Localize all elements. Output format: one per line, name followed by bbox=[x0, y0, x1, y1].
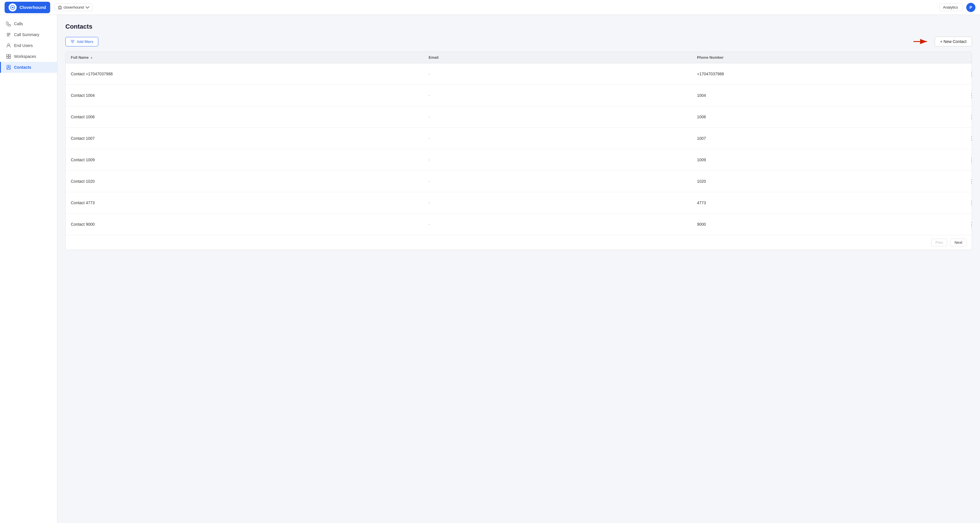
add-filters-button[interactable]: Add filters bbox=[65, 37, 99, 46]
user-avatar[interactable]: P bbox=[966, 3, 975, 12]
brand-icon bbox=[9, 3, 17, 11]
sidebar-item-workspaces[interactable]: Workspaces bbox=[0, 51, 57, 62]
svg-rect-9 bbox=[9, 57, 11, 59]
cell-full-name: Contact 9000 bbox=[66, 217, 423, 232]
workspace-selector[interactable]: cloverhound bbox=[55, 3, 93, 11]
table-row[interactable]: Contact 4773 - 4773 ⋮ bbox=[66, 192, 972, 214]
table-row[interactable]: Contact 9000 - 9000 ⋮ bbox=[66, 214, 972, 235]
cell-email: - bbox=[423, 174, 692, 189]
topnav-right: Analytics P bbox=[939, 3, 975, 12]
row-menu-button[interactable]: ⋮ bbox=[966, 68, 972, 79]
table-body: Contact +17047037988 - +17047037988 ⋮ Co… bbox=[66, 63, 972, 235]
brand-name: Cloverhound bbox=[19, 5, 46, 10]
new-contact-label: + New Contact bbox=[940, 39, 967, 44]
row-menu-button[interactable]: ⋮ bbox=[966, 90, 972, 101]
cell-phone: +17047037988 bbox=[692, 67, 960, 81]
cell-actions: ⋮ bbox=[960, 214, 972, 235]
row-menu-button[interactable]: ⋮ bbox=[966, 111, 972, 122]
table-row[interactable]: Contact 1004 - 1004 ⋮ bbox=[66, 85, 972, 106]
table-row[interactable]: Contact 1006 - 1006 ⋮ bbox=[66, 106, 972, 128]
svg-rect-3 bbox=[7, 34, 11, 35]
table-row[interactable]: Contact 1007 - 1007 ⋮ bbox=[66, 128, 972, 149]
arrow-indicator bbox=[912, 38, 929, 46]
cell-actions: ⋮ bbox=[960, 171, 972, 192]
cell-actions: ⋮ bbox=[960, 192, 972, 213]
row-menu-button[interactable]: ⋮ bbox=[966, 133, 972, 144]
col-actions bbox=[960, 52, 972, 63]
col-full-name-label: Full Name bbox=[71, 55, 89, 60]
topnav-left: Cloverhound cloverhound bbox=[5, 2, 92, 13]
cell-phone: 1009 bbox=[692, 152, 960, 167]
cell-actions: ⋮ bbox=[960, 63, 972, 84]
row-menu-button[interactable]: ⋮ bbox=[966, 154, 972, 165]
page-title: Contacts bbox=[65, 23, 972, 30]
sidebar-workspaces-label: Workspaces bbox=[14, 54, 36, 59]
cell-full-name: Contact 1009 bbox=[66, 152, 423, 167]
contacts-table: Full Name ▲ Email Phone Number Contact +… bbox=[65, 52, 972, 250]
phone-icon bbox=[6, 21, 11, 26]
svg-rect-2 bbox=[7, 33, 11, 34]
cell-phone: 1007 bbox=[692, 131, 960, 146]
cell-actions: ⋮ bbox=[960, 128, 972, 149]
sidebar-item-call-summary[interactable]: Call Summary bbox=[0, 29, 57, 40]
sidebar-end-users-label: End Users bbox=[14, 43, 33, 48]
prev-label: Prev bbox=[935, 240, 943, 245]
cell-phone: 1004 bbox=[692, 88, 960, 103]
cell-actions: ⋮ bbox=[960, 149, 972, 170]
list-icon bbox=[6, 32, 11, 37]
cell-phone: 1020 bbox=[692, 174, 960, 189]
sidebar-call-summary-label: Call Summary bbox=[14, 32, 39, 37]
table-row[interactable]: Contact 1020 - 1020 ⋮ bbox=[66, 171, 972, 192]
row-menu-button[interactable]: ⋮ bbox=[966, 176, 972, 187]
cell-email: - bbox=[423, 195, 692, 210]
cell-email: - bbox=[423, 67, 692, 81]
contacts-icon bbox=[6, 65, 11, 70]
analytics-label: Analytics bbox=[943, 5, 958, 10]
prev-button[interactable]: Prev bbox=[931, 239, 948, 246]
workspace-name: cloverhound bbox=[64, 5, 84, 10]
cell-email: - bbox=[423, 88, 692, 103]
cell-full-name: Contact 1020 bbox=[66, 174, 423, 189]
avatar-letter: P bbox=[969, 5, 972, 10]
table-row[interactable]: Contact 1009 - 1009 ⋮ bbox=[66, 149, 972, 171]
col-phone-label: Phone Number bbox=[697, 55, 723, 60]
new-contact-button[interactable]: + New Contact bbox=[935, 36, 972, 46]
row-menu-button[interactable]: ⋮ bbox=[966, 219, 972, 230]
svg-point-11 bbox=[8, 66, 10, 68]
next-button[interactable]: Next bbox=[950, 239, 967, 246]
sidebar-item-contacts[interactable]: Contacts bbox=[0, 62, 57, 73]
cell-email: - bbox=[423, 109, 692, 124]
svg-rect-8 bbox=[6, 57, 8, 59]
sidebar: Calls Call Summary End Users bbox=[0, 15, 57, 523]
cell-email: - bbox=[423, 152, 692, 167]
cell-phone: 1006 bbox=[692, 109, 960, 124]
sidebar-item-calls[interactable]: Calls bbox=[0, 18, 57, 29]
toolbar: Add filters + New Contact bbox=[65, 36, 972, 46]
arrow-svg bbox=[912, 38, 929, 46]
svg-rect-4 bbox=[7, 36, 10, 36]
cell-actions: ⋮ bbox=[960, 85, 972, 106]
cell-full-name: Contact 1004 bbox=[66, 88, 423, 103]
table-row[interactable]: Contact +17047037988 - +17047037988 ⋮ bbox=[66, 63, 972, 85]
headset-icon bbox=[6, 43, 11, 48]
next-label: Next bbox=[955, 240, 962, 245]
col-email-label: Email bbox=[429, 55, 439, 60]
col-phone: Phone Number bbox=[692, 52, 960, 63]
cell-email: - bbox=[423, 217, 692, 232]
sidebar-item-end-users[interactable]: End Users bbox=[0, 40, 57, 51]
app-layout: Calls Call Summary End Users bbox=[0, 15, 980, 523]
cell-full-name: Contact +17047037988 bbox=[66, 67, 423, 81]
cell-email: - bbox=[423, 131, 692, 146]
toolbar-right: + New Contact bbox=[912, 36, 972, 46]
table-header: Full Name ▲ Email Phone Number bbox=[66, 52, 972, 63]
cell-full-name: Contact 4773 bbox=[66, 195, 423, 210]
brand-logo[interactable]: Cloverhound bbox=[5, 2, 50, 13]
col-full-name[interactable]: Full Name ▲ bbox=[66, 52, 423, 63]
cell-actions: ⋮ bbox=[960, 106, 972, 127]
analytics-button[interactable]: Analytics bbox=[939, 3, 963, 11]
row-menu-button[interactable]: ⋮ bbox=[966, 197, 972, 208]
pagination: Prev Next bbox=[66, 235, 972, 250]
cell-full-name: Contact 1007 bbox=[66, 131, 423, 146]
col-email: Email bbox=[423, 52, 692, 63]
chevron-down-icon bbox=[86, 5, 89, 10]
